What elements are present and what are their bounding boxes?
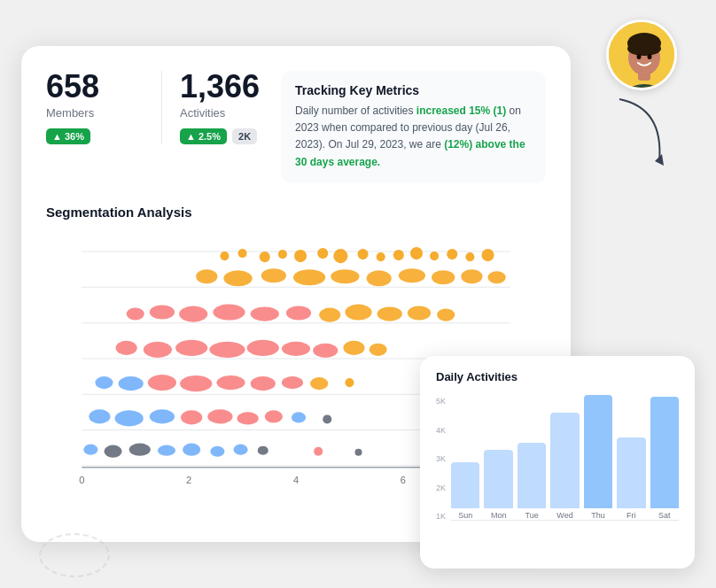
- svg-point-83: [292, 412, 306, 422]
- label-tue: Tue: [525, 511, 538, 520]
- y-label-2k: 2K: [436, 484, 446, 492]
- svg-point-22: [220, 251, 229, 260]
- svg-point-62: [247, 340, 279, 356]
- svg-point-64: [313, 344, 338, 358]
- bar-group-sun: Sun: [451, 462, 479, 520]
- y-label-1k: 1K: [436, 512, 446, 521]
- label-thu: Thu: [591, 511, 605, 520]
- bars-container: Sun Mon Tue Wed: [451, 392, 679, 521]
- svg-point-33: [430, 251, 439, 260]
- label-fri: Fri: [626, 511, 636, 520]
- svg-point-30: [377, 252, 385, 261]
- y-label-3k: 3K: [436, 454, 446, 463]
- label-sat: Sat: [658, 511, 671, 520]
- arrow-icon: [602, 90, 673, 179]
- svg-point-60: [175, 340, 207, 356]
- svg-point-55: [377, 306, 402, 321]
- svg-point-71: [216, 375, 245, 390]
- svg-point-53: [319, 307, 340, 321]
- svg-point-29: [357, 249, 368, 259]
- svg-point-6: [637, 54, 642, 59]
- svg-point-26: [294, 250, 307, 262]
- svg-point-37: [196, 269, 217, 283]
- svg-text:4: 4: [293, 475, 299, 485]
- svg-point-78: [150, 409, 175, 423]
- activities-badge1: ▲ 2.5%: [180, 128, 227, 144]
- svg-point-48: [150, 305, 175, 319]
- svg-point-61: [209, 342, 245, 358]
- svg-point-59: [144, 342, 172, 358]
- svg-point-70: [180, 375, 212, 391]
- svg-point-76: [89, 409, 110, 423]
- svg-text:6: 6: [401, 475, 406, 485]
- svg-point-39: [261, 268, 286, 282]
- members-label: Members: [46, 106, 144, 120]
- svg-point-38: [223, 270, 252, 286]
- svg-point-69: [148, 375, 176, 391]
- svg-point-75: [345, 378, 354, 387]
- svg-point-91: [234, 444, 248, 454]
- svg-point-36: [481, 249, 494, 261]
- bar-group-sat: Sat: [650, 397, 679, 520]
- activities-metric: 1,366 Activities ▲ 2.5% 2K: [161, 71, 260, 144]
- label-sun: Sun: [458, 511, 472, 520]
- bar-wed: [550, 413, 579, 508]
- segmentation-title: Segmentation Analysis: [46, 205, 546, 220]
- activities-badges: ▲ 2.5% 2K: [180, 128, 260, 144]
- svg-point-80: [207, 409, 232, 423]
- bar-thu: [584, 395, 612, 508]
- svg-point-52: [286, 306, 311, 320]
- svg-point-66: [370, 344, 387, 356]
- svg-point-57: [437, 308, 455, 321]
- svg-point-67: [95, 376, 113, 389]
- activities-label: Activities: [180, 106, 260, 120]
- svg-point-35: [465, 252, 474, 261]
- svg-point-74: [310, 377, 328, 390]
- svg-point-28: [333, 249, 347, 263]
- svg-point-89: [183, 443, 200, 455]
- svg-point-77: [115, 410, 144, 426]
- svg-point-84: [323, 414, 331, 423]
- bar-group-mon: Mon: [484, 450, 512, 520]
- svg-point-42: [367, 270, 392, 286]
- svg-point-94: [354, 448, 362, 455]
- svg-point-58: [116, 341, 137, 355]
- members-badge: ▲ 36%: [46, 128, 90, 144]
- bar-mon: [484, 450, 512, 508]
- activities-badge2: 2K: [232, 128, 257, 144]
- svg-point-44: [432, 270, 455, 284]
- svg-point-46: [488, 271, 506, 283]
- svg-point-54: [345, 304, 371, 320]
- label-wed: Wed: [556, 511, 572, 520]
- daily-activities-card: Daily Activities 5K 4K 3K 2K 1K Sun: [420, 356, 695, 569]
- bar-sat: [650, 397, 679, 508]
- svg-point-88: [158, 445, 175, 455]
- svg-point-41: [331, 269, 359, 283]
- members-value: 658: [46, 71, 144, 103]
- svg-point-32: [410, 247, 423, 259]
- bar-fri: [617, 437, 645, 508]
- svg-point-92: [258, 445, 268, 454]
- svg-point-34: [447, 249, 457, 259]
- bar-group-fri: Fri: [617, 437, 645, 520]
- svg-point-73: [282, 376, 303, 389]
- bar-group-wed: Wed: [550, 413, 579, 520]
- svg-point-87: [129, 443, 151, 455]
- svg-point-1: [618, 84, 671, 90]
- svg-point-51: [251, 306, 279, 321]
- svg-text:2: 2: [186, 475, 191, 485]
- svg-point-50: [213, 304, 245, 320]
- svg-point-43: [399, 268, 425, 282]
- daily-activities-title: Daily Activities: [436, 370, 679, 383]
- svg-point-63: [282, 342, 310, 356]
- svg-point-25: [278, 250, 287, 259]
- svg-point-93: [314, 446, 323, 455]
- svg-point-47: [127, 307, 144, 320]
- tracking-text: Daily number of activities increased 15%…: [295, 103, 532, 171]
- svg-point-24: [260, 251, 270, 262]
- tracking-highlight1: increased 15% (1): [416, 104, 506, 117]
- svg-point-5: [627, 42, 661, 56]
- metrics-row: 658 Members ▲ 36% 1,366 Activities ▲ 2.5…: [46, 71, 546, 183]
- svg-point-85: [83, 444, 97, 454]
- y-label-4k: 4K: [436, 426, 446, 435]
